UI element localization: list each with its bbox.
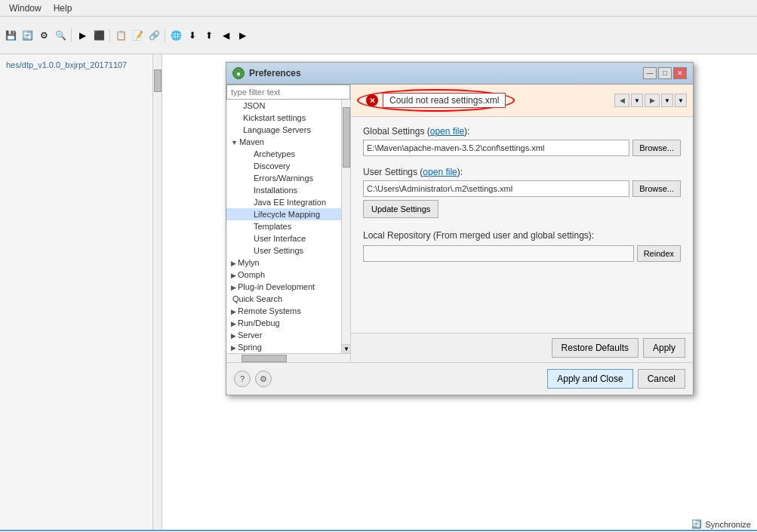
tree-arrow-rundebug: ▶	[231, 320, 236, 328]
tree-item-lifecycle[interactable]: Lifecycle Mapping	[226, 208, 350, 220]
tree-item-kickstart[interactable]: Kickstart settings	[226, 112, 350, 124]
settings-icon-btn[interactable]: ⚙	[255, 371, 272, 387]
tree-arrow-remote: ▶	[231, 308, 236, 315]
global-settings-label-end: ):	[464, 126, 469, 137]
nav-arrows: ◀ ▼ ▶ ▼ ▼	[614, 94, 687, 107]
tree-item-plugin-dev[interactable]: ▶ Plug-in Development	[226, 281, 350, 293]
user-settings-browse-btn[interactable]: Browse...	[632, 180, 681, 197]
toolbar-icon-12[interactable]: ⬆	[202, 28, 217, 43]
toolbar-sep-3	[165, 29, 165, 42]
tree-horiz-scrollbar[interactable]	[226, 353, 350, 362]
menu-bar: Window Help	[0, 0, 757, 17]
local-repo-input[interactable]	[363, 245, 634, 262]
cancel-btn[interactable]: Cancel	[638, 369, 685, 389]
eclipse-window: Window Help 💾 🔄 ⚙ 🔍 ▶ ⬛ 📋 📝 🔗 🌐 ⬇ ⬆ ◀ ▶	[0, 0, 757, 532]
user-settings-label-end: ):	[457, 167, 463, 177]
dialog-maximize-btn[interactable]: □	[658, 67, 672, 79]
tree-content: JSON Kickstart settings Language Servers	[226, 100, 350, 353]
reindex-btn[interactable]: Reindex	[637, 245, 681, 262]
breadcrumb: hes/dtp_v1.0.0_bxjrpt_20171107	[3, 57, 158, 72]
tree-vertical-scrollbar[interactable]: ▼	[341, 100, 350, 353]
dialog-close-btn[interactable]: ✕	[673, 67, 687, 79]
nav-back-dropdown[interactable]: ▼	[631, 94, 643, 107]
tree-item-language-servers[interactable]: Language Servers	[226, 124, 350, 136]
dialog-titlebar: ● Preferences — □ ✕	[226, 63, 693, 85]
tree-item-errors-warnings[interactable]: Errors/Warnings	[226, 172, 350, 184]
toolbar-icon-13[interactable]: ◀	[218, 28, 233, 43]
toolbar-icon-4[interactable]: 🔍	[53, 28, 68, 43]
tree-item-server[interactable]: ▶ Server	[226, 329, 350, 341]
user-settings-input-row: Browse...	[363, 180, 681, 197]
tree-item-user-settings[interactable]: User Settings	[226, 244, 350, 257]
tree-item-maven[interactable]: ▼ Maven	[226, 136, 350, 148]
tree-item-discovery[interactable]: Discovery	[226, 160, 350, 172]
filter-input[interactable]	[226, 85, 350, 100]
sync-badge: 🔄 Synchronize	[691, 519, 751, 529]
content-panel: ✕ Could not read settings.xml ◀ ▼ ▶ ▼	[351, 85, 693, 362]
tree-item-user-interface[interactable]: User Interface	[226, 232, 350, 244]
toolbar-icon-1[interactable]: 💾	[3, 28, 18, 43]
scrollbar-thumb	[154, 69, 162, 75]
dialog-controls: — □ ✕	[643, 67, 687, 79]
footer-right: Apply and Close Cancel	[547, 369, 685, 389]
left-panel-scrollbar[interactable]	[152, 54, 162, 75]
settings-footer: Restore Defaults Apply	[351, 333, 693, 362]
tree-scroll-bottom: ▼	[342, 344, 350, 353]
left-panel-content: hes/dtp_v1.0.0_bxjrpt_20171107	[0, 54, 162, 75]
toolbar-sep-2	[109, 29, 110, 42]
toolbar-icon-8[interactable]: 📝	[130, 28, 145, 43]
user-settings-link[interactable]: open file	[423, 167, 457, 177]
toolbar-icon-11[interactable]: ⬇	[185, 28, 200, 43]
tree-item-java-ee[interactable]: Java EE Integration	[226, 196, 350, 208]
menu-window[interactable]: Window	[3, 2, 48, 15]
tree-arrow-server: ▶	[231, 332, 236, 340]
toolbar-icon-3[interactable]: ⚙	[36, 28, 51, 43]
error-message: Could not read settings.xml	[383, 93, 506, 108]
toolbar-icon-6[interactable]: ⬛	[91, 28, 106, 43]
update-settings-btn[interactable]: Update Settings	[363, 200, 439, 218]
tree-item-json[interactable]: JSON	[226, 100, 350, 112]
footer-left: ? ⚙	[234, 371, 272, 387]
settings-content: Global Settings (open file): Browse...	[351, 117, 693, 333]
toolbar-icon-9[interactable]: 🔗	[146, 28, 162, 43]
toolbar-icon-5[interactable]: ▶	[75, 28, 90, 43]
apply-btn[interactable]: Apply	[643, 338, 685, 358]
global-settings-input[interactable]	[363, 140, 629, 156]
tree-item-installations[interactable]: Installations	[226, 184, 350, 196]
nav-forward-btn[interactable]: ▶	[645, 94, 660, 107]
user-settings-label: User Settings (open file):	[363, 167, 681, 177]
tree-item-quick-search[interactable]: Quick Search	[226, 293, 350, 305]
toolbar-sep-1	[71, 29, 72, 42]
toolbar-icon-2[interactable]: 🔄	[20, 28, 35, 43]
nav-forward-dropdown[interactable]: ▼	[661, 94, 673, 107]
tree-item-remote-systems[interactable]: ▶ Remote Systems	[226, 305, 350, 317]
tree-item-spring[interactable]: ▶ Spring	[226, 341, 350, 353]
toolbar-icon-14[interactable]: ▶	[235, 28, 250, 43]
dialog-title-left: ● Preferences	[232, 67, 301, 79]
tree-item-templates[interactable]: Templates	[226, 220, 350, 232]
global-settings-link[interactable]: open file	[430, 126, 464, 137]
tree-item-archetypes[interactable]: Archetypes	[226, 148, 350, 160]
nav-menu-dropdown[interactable]: ▼	[675, 94, 687, 107]
help-icon-btn[interactable]: ?	[234, 371, 251, 387]
global-settings-group: Global Settings (open file): Browse...	[363, 126, 681, 156]
apply-close-btn[interactable]: Apply and Close	[547, 369, 632, 389]
tree-item-oomph[interactable]: ▶ Oomph	[226, 269, 350, 281]
nav-back-btn[interactable]: ◀	[614, 94, 629, 107]
menu-help[interactable]: Help	[48, 2, 78, 15]
tree-item-run-debug[interactable]: ▶ Run/Debug	[226, 317, 350, 329]
global-settings-label-text: Global Settings (	[363, 126, 430, 137]
toolbar-icon-10[interactable]: 🌐	[168, 28, 183, 43]
global-settings-browse-btn[interactable]: Browse...	[632, 140, 681, 156]
user-settings-input[interactable]	[363, 180, 629, 197]
restore-defaults-btn[interactable]: Restore Defaults	[552, 338, 639, 358]
tree-item-mylyn[interactable]: ▶ Mylyn	[226, 257, 350, 269]
error-circle-annotation: ✕ Could not read settings.xml	[357, 89, 515, 112]
toolbar-icon-7[interactable]: 📋	[113, 28, 128, 43]
editor-area: ● Preferences — □ ✕	[162, 54, 757, 530]
dialog-minimize-btn[interactable]: —	[643, 67, 657, 79]
tree-arrow-mylyn: ▶	[231, 260, 236, 267]
tree-scroll-thumb	[343, 107, 350, 168]
dialog-footer: ? ⚙ Apply and Close Cancel	[226, 362, 693, 395]
tree-panel: JSON Kickstart settings Language Servers	[226, 85, 351, 362]
